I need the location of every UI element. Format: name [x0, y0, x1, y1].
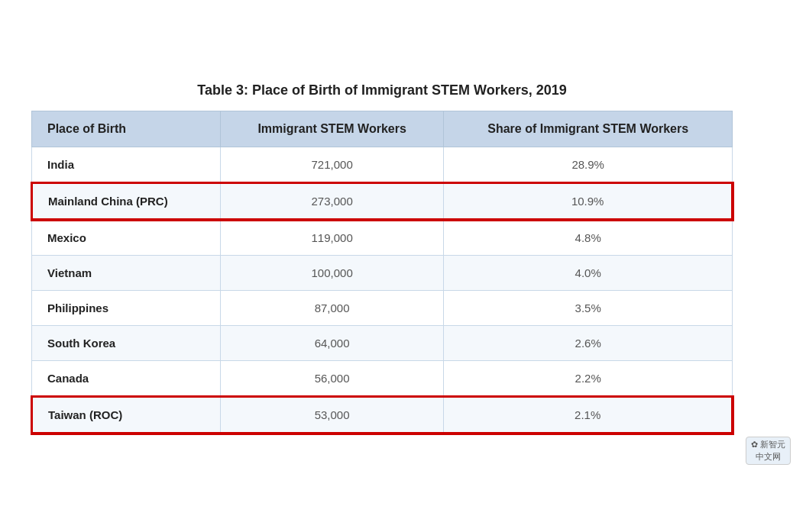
watermark-brand: ✿ 新智元中文网 [751, 440, 785, 460]
cell-place: South Korea [32, 326, 221, 361]
cell-workers: 56,000 [220, 361, 444, 397]
watermark: ✿ 新智元中文网 [746, 437, 791, 465]
table-title: Table 3: Place of Birth of Immigrant STE… [31, 82, 733, 98]
table-container: Table 3: Place of Birth of Immigrant STE… [15, 75, 749, 457]
cell-share: 4.0% [444, 256, 733, 291]
data-table: Place of Birth Immigrant STEM Workers Sh… [31, 111, 733, 434]
col-header-share: Share of Immigrant STEM Workers [444, 111, 733, 147]
table-body: India721,00028.9%Mainland China (PRC)273… [32, 147, 733, 434]
table-row: Taiwan (ROC)53,0002.1% [32, 397, 733, 434]
cell-share: 2.6% [444, 326, 733, 361]
col-header-place: Place of Birth [32, 111, 221, 147]
table-row: India721,00028.9% [32, 147, 733, 183]
cell-workers: 87,000 [220, 291, 444, 326]
cell-place: Mexico [32, 220, 221, 256]
cell-share: 10.9% [444, 183, 733, 220]
header-row: Place of Birth Immigrant STEM Workers Sh… [32, 111, 733, 147]
page-wrapper: Table 3: Place of Birth of Immigrant STE… [15, 75, 791, 457]
table-row: Vietnam100,0004.0% [32, 256, 733, 291]
cell-share: 4.8% [444, 220, 733, 256]
cell-share: 2.2% [444, 361, 733, 397]
col-header-workers: Immigrant STEM Workers [220, 111, 444, 147]
table-row: Philippines87,0003.5% [32, 291, 733, 326]
cell-share: 28.9% [444, 147, 733, 183]
cell-share: 2.1% [444, 397, 733, 434]
cell-place: Taiwan (ROC) [32, 397, 221, 434]
table-header: Place of Birth Immigrant STEM Workers Sh… [32, 111, 733, 147]
table-row: Mainland China (PRC)273,00010.9% [32, 183, 733, 220]
cell-workers: 100,000 [220, 256, 444, 291]
cell-workers: 273,000 [220, 183, 444, 220]
cell-share: 3.5% [444, 291, 733, 326]
cell-place: Philippines [32, 291, 221, 326]
cell-place: Canada [32, 361, 221, 397]
cell-workers: 64,000 [220, 326, 444, 361]
table-row: Mexico119,0004.8% [32, 220, 733, 256]
cell-workers: 119,000 [220, 220, 444, 256]
watermark-logo: ✿ 新智元中文网 [746, 437, 791, 465]
table-row: Canada56,0002.2% [32, 361, 733, 397]
table-row: South Korea64,0002.6% [32, 326, 733, 361]
cell-place: Vietnam [32, 256, 221, 291]
cell-workers: 53,000 [220, 397, 444, 434]
cell-place: India [32, 147, 221, 183]
cell-workers: 721,000 [220, 147, 444, 183]
cell-place: Mainland China (PRC) [32, 183, 221, 220]
